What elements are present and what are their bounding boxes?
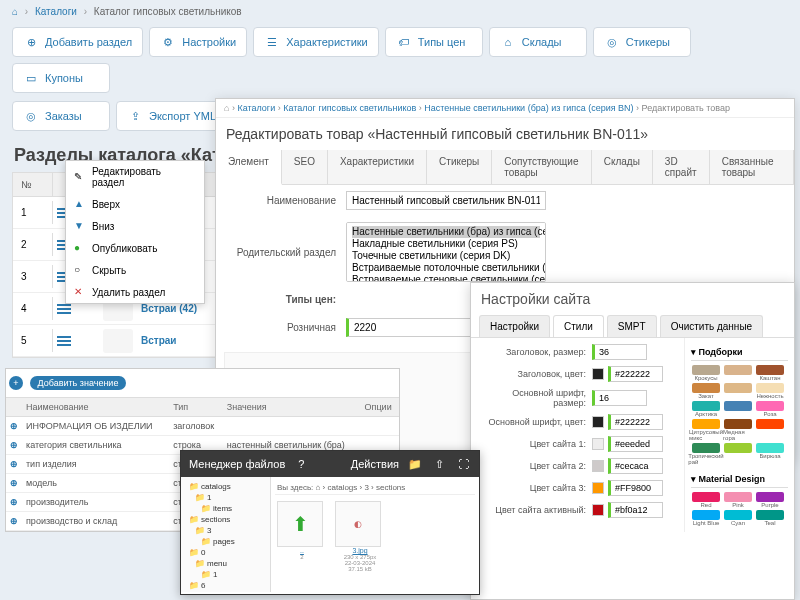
expand-icon[interactable]: ⊕ [6, 493, 22, 512]
upload-icon[interactable]: ⇧ [431, 456, 447, 472]
ctx-hide[interactable]: ○Скрыть [66, 259, 204, 281]
palette1-title[interactable]: ▾ Подборки [691, 344, 788, 361]
tree-item[interactable]: items [185, 503, 266, 514]
palette-color[interactable]: Red [691, 492, 721, 508]
fm-help-icon[interactable]: ? [293, 456, 309, 472]
row-name[interactable]: Встраи (42) [133, 303, 197, 314]
palette-color[interactable]: Pink [723, 492, 753, 508]
tree-item[interactable]: 1 [185, 492, 266, 503]
tree-item[interactable]: catalogs [185, 481, 266, 492]
palette-color[interactable]: Бирюза [755, 443, 785, 465]
expand-icon[interactable]: ⊕ [6, 455, 22, 474]
file-thumb[interactable]: ◐3.jpg230 x 275px22-03-202437.15 kB [335, 501, 385, 572]
palette-color[interactable]: Крокусы [691, 365, 721, 381]
orders-button[interactable]: ◎Заказы [12, 101, 110, 131]
tree-item[interactable]: 1 [185, 569, 266, 580]
context-menu: ✎Редактировать раздел ▲Вверх ▼Вниз ●Опуб… [65, 160, 205, 304]
palette-color[interactable]: Cyan [723, 510, 753, 526]
tree-item[interactable]: 0 [185, 547, 266, 558]
palette-color[interactable] [723, 365, 753, 381]
stickers-button[interactable]: ◎Стикеры [593, 27, 691, 57]
palette-color[interactable] [723, 443, 753, 465]
price-types-button[interactable]: 🏷Типы цен [385, 27, 483, 57]
setting-input[interactable] [608, 436, 663, 452]
characteristics-button[interactable]: ☰Характеристики [253, 27, 379, 57]
palette-color[interactable]: Роза [755, 401, 785, 417]
expand-icon[interactable]: ⊕ [6, 474, 22, 493]
select-icon[interactable]: ⛶ [455, 456, 471, 472]
publish-icon: ● [74, 242, 86, 254]
setting-input[interactable] [608, 480, 663, 496]
ctx-down[interactable]: ▼Вниз [66, 215, 204, 237]
tab-2[interactable]: Характеристики [328, 150, 427, 184]
setting-input[interactable] [592, 344, 647, 360]
tree-item[interactable]: sections [185, 514, 266, 525]
setting-input[interactable] [592, 390, 647, 406]
expand-icon[interactable]: ⊕ [6, 512, 22, 531]
color-swatch[interactable] [592, 504, 604, 516]
tab-1[interactable]: SEO [282, 150, 328, 184]
edit-tabs: ЭлементSEOХарактеристикиСтикерыСопутству… [216, 150, 794, 185]
palette-color[interactable]: Арктика [691, 401, 721, 417]
add-section-button[interactable]: ⊕Добавить раздел [12, 27, 143, 57]
palette-color[interactable]: Teal [755, 510, 785, 526]
ctx-publish[interactable]: ●Опубликовать [66, 237, 204, 259]
name-input[interactable] [346, 191, 546, 210]
palette-color[interactable]: Нежность [755, 383, 785, 399]
tab-5[interactable]: Склады [592, 150, 653, 184]
color-swatch[interactable] [592, 438, 604, 450]
palette-color[interactable]: Медная гора [723, 419, 753, 441]
ctx-edit[interactable]: ✎Редактировать раздел [66, 161, 204, 193]
tree-item[interactable]: 3 [185, 525, 266, 536]
tree-item[interactable]: 6 [185, 580, 266, 591]
palette2-title[interactable]: ▾ Material Design [691, 471, 788, 488]
settings-tab-1[interactable]: Стили [553, 315, 604, 337]
color-swatch[interactable] [592, 460, 604, 472]
palette-color[interactable] [755, 419, 785, 441]
drag-icon[interactable] [57, 334, 71, 348]
attr-row[interactable]: ⊕ИНФОРМАЦИЯ ОБ ИЗДЕЛИИзаголовок [6, 417, 399, 436]
color-swatch[interactable] [592, 368, 604, 380]
setting-input[interactable] [608, 366, 663, 382]
color-swatch[interactable] [592, 416, 604, 428]
tab-7[interactable]: Связанные товары [710, 150, 794, 184]
warehouses-button[interactable]: ⌂Склады [489, 27, 587, 57]
palette-color[interactable] [723, 401, 753, 417]
plus-circle-icon[interactable]: + [9, 376, 23, 390]
expand-icon[interactable]: ⊕ [6, 436, 22, 455]
retail-label: Розничная [226, 322, 346, 333]
bc-catalogs[interactable]: Каталоги [35, 6, 77, 17]
new-folder-icon[interactable]: 📁 [407, 456, 423, 472]
tree-item[interactable]: menu [185, 558, 266, 569]
palette-color[interactable]: Тропический рай [691, 443, 721, 465]
palette-color[interactable] [723, 383, 753, 399]
settings-tab-0[interactable]: Настройки [479, 315, 550, 337]
add-value-button[interactable]: Добавить значение [30, 376, 127, 390]
coupons-button[interactable]: ▭Купоны [12, 63, 110, 93]
ctx-delete[interactable]: ✕Удалить раздел [66, 281, 204, 303]
palette-color[interactable]: Закат [691, 383, 721, 399]
expand-icon[interactable]: ⊕ [6, 417, 22, 436]
settings-tab-2[interactable]: SMPT [607, 315, 657, 337]
ctx-up[interactable]: ▲Вверх [66, 193, 204, 215]
palette-color[interactable]: Light Blue [691, 510, 721, 526]
bc-home[interactable]: ⌂ [12, 6, 18, 17]
parent-select[interactable]: Настенные светильники (бра) из гипса (се… [346, 222, 546, 282]
color-swatch[interactable] [592, 482, 604, 494]
export-yml-button[interactable]: ⇪Экспорт YML [116, 101, 227, 131]
tab-3[interactable]: Стикеры [427, 150, 492, 184]
tab-0[interactable]: Элемент [216, 150, 282, 185]
settings-button[interactable]: ⚙Настройки [149, 27, 247, 57]
tree-item[interactable]: pages [185, 536, 266, 547]
palette-color[interactable]: Каштан [755, 365, 785, 381]
settings-tab-3[interactable]: Очистить данные [660, 315, 764, 337]
setting-input[interactable] [608, 458, 663, 474]
palette-color[interactable]: Цитрусовый микс [691, 419, 721, 441]
palette-color[interactable]: Purple [755, 492, 785, 508]
file-thumb[interactable]: ⬆..2 [277, 501, 327, 572]
setting-input[interactable] [608, 502, 663, 518]
tab-6[interactable]: 3D спрайт [653, 150, 710, 184]
row-name[interactable]: Встраи [133, 335, 177, 346]
setting-input[interactable] [608, 414, 663, 430]
tab-4[interactable]: Сопутствующие товары [492, 150, 591, 184]
